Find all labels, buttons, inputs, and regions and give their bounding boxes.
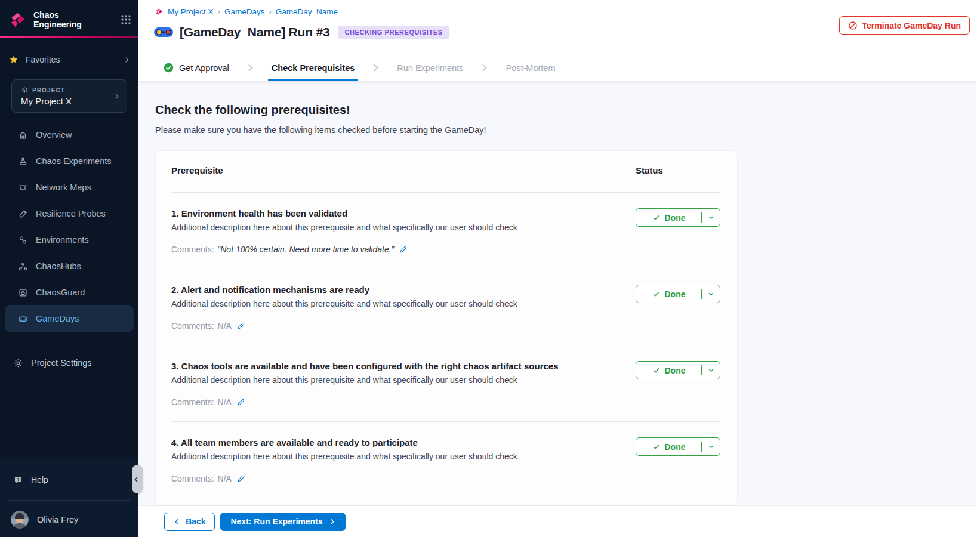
sidebar-nav: Overview Chaos Experiments Network Maps … <box>0 122 138 332</box>
project-settings-label: Project Settings <box>31 358 92 368</box>
prerequisite-row: 4. All team members are available and re… <box>171 422 720 498</box>
chevron-down-icon[interactable] <box>702 214 720 221</box>
sidebar-item-gamedays[interactable]: GameDays <box>5 305 134 332</box>
column-status: Status <box>636 165 720 175</box>
step-run-experiments[interactable]: Run Experiments <box>393 54 467 81</box>
check-icon <box>652 214 660 221</box>
flask-icon <box>18 156 28 166</box>
project-eyebrow: PROJECT <box>32 87 65 94</box>
prerequisite-comments: Comments: N/A <box>171 474 720 483</box>
edit-pencil-icon[interactable] <box>237 322 245 330</box>
edit-pencil-icon[interactable] <box>237 474 245 483</box>
prerequisite-row: 2. Alert and notification mechanisms are… <box>171 269 720 345</box>
breadcrumb-link[interactable]: GameDays <box>224 7 265 16</box>
prerequisite-comments: Comments: N/A <box>171 321 720 331</box>
breadcrumb-link[interactable]: My Project X <box>168 7 214 16</box>
sidebar-item-chaoshubs[interactable]: ChaosHubs <box>5 253 134 279</box>
prerequisite-description: Additional description here about this p… <box>171 452 625 461</box>
breadcrumb: My Project X›GameDays›GameDay_Name <box>155 7 338 16</box>
status-badge: CHECKING PREREQUISITES <box>338 26 449 39</box>
step-separator-icon <box>372 54 379 81</box>
sidebar-item-chaos-experiments[interactable]: Chaos Experiments <box>5 148 134 174</box>
breadcrumb-link[interactable]: GameDay_Name <box>276 7 338 16</box>
step-check-icon <box>164 63 174 73</box>
sidebar-item-environments[interactable]: Environments <box>5 227 134 253</box>
project-name: My Project X <box>21 96 113 106</box>
run-stepper: Get Approval Check Prerequisites Run Exp… <box>138 54 980 81</box>
sidebar-item-network-maps[interactable]: Network Maps <box>5 174 134 200</box>
chevron-right-icon <box>113 92 121 100</box>
prohibited-icon <box>848 21 858 30</box>
next-run-experiments-button[interactable]: Next: Run Experiments <box>220 513 345 531</box>
user-name: Olivia Frey <box>37 515 78 524</box>
column-prerequisite: Prerequisite <box>171 165 223 175</box>
chevron-left-icon <box>174 519 180 525</box>
prerequisite-rows: 1. Environment health has been validated… <box>171 193 720 498</box>
prerequisite-title: 2. Alert and notification mechanisms are… <box>171 269 625 295</box>
content-area: Check the following prerequisites! Pleas… <box>138 81 980 537</box>
chevron-right-icon <box>329 519 335 525</box>
check-icon <box>652 443 660 450</box>
prerequisite-description: Additional description here about this p… <box>171 299 625 308</box>
prerequisites-card: Prerequisite Status 1. Environment healt… <box>155 150 738 506</box>
back-button[interactable]: Back <box>164 513 215 531</box>
module-grid-icon[interactable] <box>119 13 132 26</box>
section-subheading: Please make sure you have the following … <box>155 125 980 135</box>
chaos-engineering-logo-icon <box>8 10 27 29</box>
brand-divider <box>0 36 138 38</box>
help-button[interactable]: ? Help <box>13 470 130 489</box>
prerequisite-title: 3. Chaos tools are available and have be… <box>171 345 625 371</box>
sidebar-collapse-handle[interactable] <box>132 465 143 493</box>
terminate-gameday-button[interactable]: Terminate GameDay Run <box>839 16 970 35</box>
chevron-down-icon[interactable] <box>702 443 720 450</box>
check-icon <box>652 290 660 298</box>
environments-icon <box>18 235 28 245</box>
chevron-down-icon[interactable] <box>702 367 720 374</box>
prerequisite-comments: Comments: “Not 100% certain. Need more t… <box>171 245 720 254</box>
hub-icon <box>18 261 28 271</box>
step-check-prerequisites[interactable]: Check Prerequisites <box>268 54 358 81</box>
sidebar-item-chaosguard[interactable]: ChaosGuard <box>5 279 134 305</box>
home-icon <box>18 130 28 140</box>
edit-pencil-icon[interactable] <box>237 398 245 406</box>
step-post-mortem[interactable]: Post-Mortem <box>502 54 559 81</box>
status-done-button[interactable]: Done <box>636 361 720 379</box>
sidebar-item-resilience-probes[interactable]: Resilience Probes <box>5 200 134 227</box>
prerequisite-comments: Comments: N/A <box>171 397 720 407</box>
status-done-button[interactable]: Done <box>636 285 720 303</box>
edit-pencil-icon[interactable] <box>399 245 408 254</box>
gear-icon <box>13 358 23 368</box>
prerequisite-title: 1. Environment health has been validated <box>171 193 625 218</box>
favorites-row[interactable]: Favorites <box>9 51 131 69</box>
chevron-down-icon[interactable] <box>702 291 720 297</box>
prerequisite-title: 4. All team members are available and re… <box>171 422 625 448</box>
sidebar-item-overview[interactable]: Overview <box>5 122 134 148</box>
gamepad-icon <box>18 314 28 324</box>
section-heading: Check the following prerequisites! <box>155 103 980 117</box>
title-row: [GameDay_Name] Run #3 CHECKING PREREQUIS… <box>153 25 449 39</box>
check-icon <box>652 366 660 374</box>
project-selector[interactable]: PROJECT My Project X <box>11 79 127 113</box>
chevron-right-icon <box>123 56 131 64</box>
brand-title: Chaos Engineering <box>33 10 82 29</box>
vertical-scrollbar[interactable] <box>976 81 980 537</box>
status-done-button[interactable]: Done <box>636 437 720 456</box>
step-separator-icon <box>481 54 488 81</box>
help-chat-icon: ? <box>13 475 23 485</box>
main-area: My Project X›GameDays›GameDay_Name [Game… <box>138 0 980 537</box>
gamepad-icon <box>153 25 174 39</box>
network-map-icon <box>18 183 28 193</box>
table-header: Prerequisite Status <box>171 151 720 193</box>
sidebar-bottom: ? Help <box>0 459 138 537</box>
page-header: My Project X›GameDays›GameDay_Name [Game… <box>138 0 980 54</box>
footer-bar: Back Next: Run Experiments <box>138 506 980 537</box>
guard-lock-icon <box>18 288 28 298</box>
step-separator-icon <box>247 54 254 81</box>
probe-icon <box>18 209 28 219</box>
chevron-left-icon <box>133 476 140 483</box>
status-done-button[interactable]: Done <box>636 208 720 227</box>
user-menu[interactable]: Olivia Frey <box>11 508 130 531</box>
sidebar-item-project-settings[interactable]: Project Settings <box>5 350 134 376</box>
step-get-approval[interactable]: Get Approval <box>160 54 233 81</box>
avatar <box>11 511 29 529</box>
